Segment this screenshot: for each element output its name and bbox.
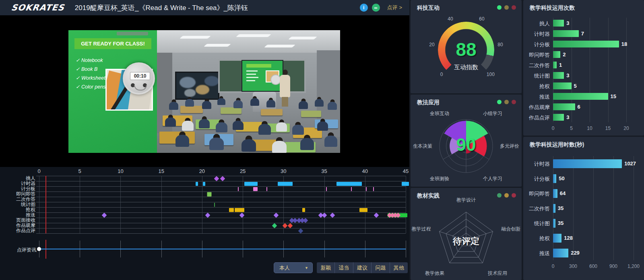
student-body <box>292 125 304 135</box>
bar[interactable] <box>553 103 575 110</box>
event-marker[interactable] <box>235 208 244 212</box>
bar[interactable] <box>553 219 555 228</box>
info-icon[interactable]: i <box>360 4 368 12</box>
timeline-row-line <box>36 186 406 187</box>
student-body <box>324 136 337 147</box>
comment-tag-button[interactable]: 其他 <box>390 262 408 273</box>
event-marker[interactable] <box>278 182 292 186</box>
event-marker[interactable] <box>298 228 303 233</box>
student-body <box>300 138 314 150</box>
bar[interactable] <box>553 234 561 243</box>
comment-tickmark <box>406 241 406 257</box>
event-marker[interactable] <box>214 203 215 207</box>
projection-screen <box>242 60 283 92</box>
event-marker[interactable] <box>366 187 367 191</box>
bar[interactable] <box>553 249 568 257</box>
bar[interactable] <box>553 114 564 121</box>
event-marker[interactable] <box>272 223 277 228</box>
panel-pedagogy: 教法应用 小组学习全班互动生本决策全班测验个人学习多元评价90 <box>411 95 522 187</box>
chart-axis-tick: 900 <box>609 264 617 269</box>
classroom-photo: GET READY FOR CLASS! ✓ Notebook✓ Book B✓… <box>68 30 340 153</box>
bar[interactable] <box>553 41 619 47</box>
event-marker[interactable] <box>244 182 257 186</box>
chart-gridline <box>608 18 609 122</box>
bar[interactable] <box>553 189 557 198</box>
student-figure <box>242 136 256 152</box>
timeline-axis-tick: 0 <box>33 168 45 174</box>
event-marker[interactable] <box>253 187 257 191</box>
student-body <box>233 121 244 130</box>
bar[interactable] <box>553 174 556 183</box>
student-figure <box>217 96 225 105</box>
timeline-row-line <box>36 191 406 192</box>
timeline-row-line <box>36 228 406 229</box>
top-bar: SOKRATES 2019醍摩豆杯_英语_《Read & Write - The… <box>0 0 409 15</box>
comment-marker[interactable] <box>37 247 41 251</box>
comment-timeline[interactable] <box>39 249 406 249</box>
svg-text:融合创新: 融合创新 <box>502 226 521 232</box>
event-marker[interactable] <box>373 187 374 191</box>
event-marker[interactable] <box>336 182 362 186</box>
link-icon[interactable]: ∞ <box>372 4 380 12</box>
bar-category-label: 即问即答 <box>525 190 550 198</box>
timeline-gridline <box>324 176 325 233</box>
status-dot-icon <box>497 5 502 10</box>
event-marker[interactable] <box>351 187 352 191</box>
event-marker[interactable] <box>214 176 219 181</box>
event-marker[interactable] <box>229 208 234 212</box>
event-marker[interactable] <box>359 208 367 212</box>
bar[interactable] <box>553 82 572 89</box>
event-marker[interactable] <box>303 218 308 223</box>
event-marker[interactable] <box>402 182 409 186</box>
event-marker[interactable] <box>330 212 335 218</box>
gauge-tick-label: 60 <box>479 16 484 22</box>
event-marker[interactable] <box>239 212 245 218</box>
desk <box>180 106 203 113</box>
event-marker[interactable] <box>102 212 107 218</box>
bar[interactable] <box>553 30 579 37</box>
event-marker[interactable] <box>196 182 198 186</box>
page-title: 2019醍摩豆杯_英语_《Read & Write - The sea》_陈洋钰 <box>75 3 248 12</box>
event-marker[interactable] <box>205 212 211 218</box>
event-marker[interactable] <box>203 182 205 186</box>
event-marker[interactable] <box>207 192 212 196</box>
ceiling-light <box>264 45 295 47</box>
event-marker[interactable] <box>374 212 379 218</box>
commenter-dropdown[interactable]: 本人 ▼ <box>274 262 313 273</box>
event-marker[interactable] <box>266 187 267 191</box>
event-marker[interactable] <box>274 212 279 218</box>
bar-value-label: 7 <box>581 31 584 37</box>
timeline-row-line <box>36 218 406 218</box>
bar-category-label: 即问即答 <box>525 51 550 59</box>
student-body <box>233 100 243 108</box>
review-link[interactable]: 点评 > <box>387 4 402 11</box>
event-marker[interactable] <box>238 187 239 191</box>
video-area[interactable]: GET READY FOR CLASS! ✓ Notebook✓ Book B✓… <box>0 15 409 167</box>
student-figure <box>165 115 176 127</box>
bar[interactable] <box>553 159 622 168</box>
timeline-gridline <box>80 176 80 233</box>
svg-text:技术应用: 技术应用 <box>487 270 507 276</box>
comment-tag-button[interactable]: 建议 <box>353 262 371 273</box>
chart-axis-tick: 10 <box>587 126 592 131</box>
material-radar-chart: 教学设计融合创新技术应用教学效果教学过程待评定 <box>411 188 522 280</box>
event-marker[interactable] <box>322 212 327 218</box>
bar[interactable] <box>553 51 560 58</box>
bar[interactable] <box>553 72 564 79</box>
event-marker[interactable] <box>220 176 225 181</box>
bar-value-label: 18 <box>621 41 627 47</box>
comment-tag-button[interactable]: 适当 <box>334 262 353 273</box>
bar[interactable] <box>553 62 557 68</box>
bar[interactable] <box>553 93 608 100</box>
event-marker[interactable] <box>326 187 327 191</box>
comment-tag-button[interactable]: 问题 <box>371 262 389 273</box>
playhead-line[interactable] <box>45 176 46 233</box>
bar[interactable] <box>553 204 555 213</box>
gauge-tick-label: 100 <box>487 72 495 77</box>
event-marker[interactable] <box>302 208 305 212</box>
svg-text:教学效果: 教学效果 <box>425 270 444 276</box>
timeline-axis-tick: 20 <box>196 168 208 174</box>
bar[interactable] <box>553 20 564 27</box>
comment-tag-button[interactable]: 新颖 <box>317 262 334 273</box>
event-marker[interactable] <box>287 223 293 228</box>
